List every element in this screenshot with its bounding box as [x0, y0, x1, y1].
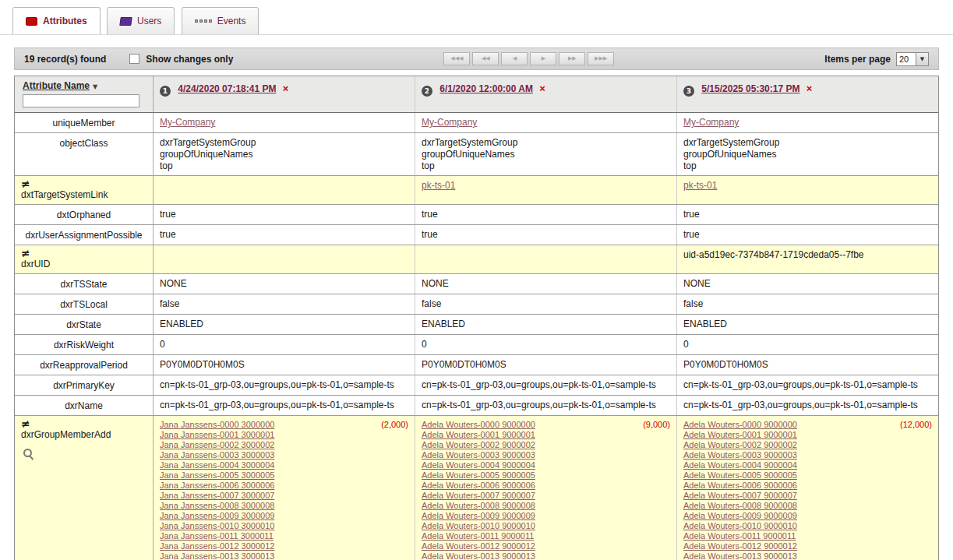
not-equal-icon: ≠ [21, 178, 146, 189]
value-link[interactable]: Adela Wouters-0004 9000004 [422, 460, 535, 470]
pager-prev-group-button[interactable]: ◀◀ [472, 52, 499, 65]
value-link[interactable]: Jana Janssens-0009 3000009 [160, 511, 274, 521]
tab-attributes[interactable]: Attributes [12, 7, 101, 34]
chevron-down-icon[interactable]: ▼ [916, 52, 929, 66]
value-cell: cn=pk-ts-01_grp-03,ou=groups,ou=pk-ts-01… [677, 396, 938, 415]
value-link[interactable]: My-Company [683, 117, 739, 129]
value-text: true [422, 229, 670, 241]
value-link[interactable]: Adela Wouters-0000 9000000 [683, 420, 797, 430]
show-changes-checkbox[interactable] [129, 54, 139, 64]
pager-prev-button[interactable]: ◀ [501, 52, 528, 65]
value-link[interactable]: Jana Janssens-0012 3000012 [160, 541, 274, 551]
tab-users[interactable]: Users [107, 7, 175, 34]
items-per-page-select[interactable]: 20 ▼ [896, 52, 929, 66]
value-link[interactable]: Adela Wouters-0012 9000012 [683, 541, 797, 551]
value-link[interactable]: My-Company [422, 117, 477, 129]
value-cell [415, 245, 677, 273]
value-link[interactable]: My-Company [160, 117, 215, 129]
value-cell: uid-a5d19ec-7374b847-1719cdeda05--7fbe [677, 245, 938, 273]
magnifier-icon[interactable] [23, 449, 34, 459]
value-link[interactable]: Adela Wouters-0002 9000002 [422, 440, 535, 450]
value-link[interactable]: Adela Wouters-0011 9000011 [422, 531, 534, 541]
pager-next-button[interactable]: ▶ [530, 52, 556, 65]
value-link[interactable]: Adela Wouters-0010 9000010 [683, 521, 797, 531]
snapshot-column-header-3: 3 5/15/2025 05:30:17 PM × [677, 76, 938, 112]
value-link[interactable]: Jana Janssens-0010 3000010 [160, 521, 274, 531]
value-link[interactable]: Jana Janssens-0003 3000003 [160, 450, 274, 460]
value-cell: My-Company [154, 113, 415, 132]
attribute-name: dxtOrphaned [21, 210, 146, 221]
remove-column-icon[interactable]: × [539, 83, 545, 94]
value-link[interactable]: Jana Janssens-0004 3000004 [160, 460, 274, 470]
value-text: cn=pk-ts-01_grp-03,ou=groups,ou=pk-ts-01… [422, 379, 670, 391]
value-cell [154, 245, 415, 273]
value-cell: pk-ts-01 [677, 176, 938, 204]
value-link[interactable]: Adela Wouters-0009 9000009 [683, 511, 797, 521]
value-link[interactable]: pk-ts-01 [683, 180, 717, 192]
value-link[interactable]: Adela Wouters-0007 9000007 [422, 491, 535, 501]
snapshot-date-link[interactable]: 5/15/2025 05:30:17 PM [701, 83, 799, 94]
value-link[interactable]: Adela Wouters-0011 9000011 [683, 531, 796, 541]
value-link[interactable]: Adela Wouters-0003 9000003 [683, 450, 797, 460]
value-link[interactable]: Adela Wouters-0005 9000005 [422, 470, 535, 481]
value-cell: 0 [415, 335, 677, 354]
show-changes-label: Show changes only [146, 54, 233, 65]
value-link[interactable]: Adela Wouters-0001 9000001 [683, 430, 797, 440]
remove-column-icon[interactable]: × [283, 83, 289, 94]
value-cell: NONE [677, 274, 938, 294]
table-row: dxrUserAssignmentPossibletruetruetrue [15, 225, 938, 245]
pager-first-button[interactable]: ◀◀◀ [443, 52, 470, 65]
value-link[interactable]: Adela Wouters-0013 9000013 [683, 551, 797, 560]
snapshot-date-link[interactable]: 4/24/2020 07:18:41 PM [178, 83, 276, 94]
value-link[interactable]: Jana Janssens-0011 3000011 [160, 531, 274, 541]
value-link[interactable]: Adela Wouters-0012 9000012 [422, 541, 535, 551]
attribute-name: dxrName [21, 400, 146, 412]
value-link[interactable]: Adela Wouters-0006 9000006 [422, 481, 535, 491]
value-link[interactable]: Adela Wouters-0010 9000010 [422, 521, 535, 531]
pager-last-button[interactable]: ▶▶▶ [588, 52, 614, 65]
attribute-name-sort-header[interactable]: Attribute Name [23, 80, 90, 91]
value-link[interactable]: Jana Janssens-0013 3000013 [160, 551, 274, 560]
value-link[interactable]: Jana Janssens-0002 3000002 [160, 440, 274, 450]
attribute-filter-input[interactable] [23, 94, 139, 107]
tab-attributes-label: Attributes [43, 16, 87, 26]
attribute-name: dxrReapprovalPeriod [21, 360, 146, 372]
value-link[interactable]: Adela Wouters-0004 9000004 [683, 460, 797, 470]
value-link[interactable]: Adela Wouters-0007 9000007 [683, 491, 797, 501]
tab-events-label: Events [217, 16, 246, 26]
value-link[interactable]: Jana Janssens-0000 3000000 [160, 420, 274, 430]
attribute-name: dxrTSLocal [21, 299, 146, 311]
value-link[interactable]: pk-ts-01 [422, 180, 455, 192]
value-link[interactable]: Jana Janssens-0006 3000006 [160, 481, 274, 491]
value-cell: cn=pk-ts-01_grp-03,ou=groups,ou=pk-ts-01… [154, 396, 415, 415]
attribute-name: objectClass [21, 138, 146, 150]
pager-next-group-button[interactable]: ▶▶ [559, 52, 585, 65]
tab-events[interactable]: Events [182, 7, 259, 34]
sort-descending-icon[interactable]: ▼ [93, 83, 97, 90]
remove-column-icon[interactable]: × [807, 83, 813, 94]
value-text: cn=pk-ts-01_grp-03,ou=groups,ou=pk-ts-01… [160, 379, 408, 391]
value-link[interactable]: Adela Wouters-0008 9000008 [683, 501, 797, 511]
tab-users-label: Users [137, 16, 161, 26]
value-link[interactable]: Jana Janssens-0007 3000007 [160, 491, 274, 501]
value-link[interactable]: Adela Wouters-0001 9000001 [422, 430, 535, 440]
value-cell: ENABLED [154, 315, 415, 334]
value-link[interactable]: Jana Janssens-0001 3000001 [160, 430, 274, 440]
column-number-badge: 1 [160, 86, 171, 97]
value-link[interactable]: Adela Wouters-0000 9000000 [422, 420, 535, 430]
value-link[interactable]: Adela Wouters-0002 9000002 [683, 440, 797, 450]
value-link[interactable]: Jana Janssens-0008 3000008 [160, 501, 274, 511]
value-link[interactable]: Adela Wouters-0013 9000013 [422, 551, 535, 560]
value-text: ENABLED [422, 319, 670, 330]
results-toolbar: 19 record(s) found Show changes only ◀◀◀… [14, 48, 939, 70]
snapshot-date-link[interactable]: 6/1/2020 12:00:00 AM [439, 83, 533, 94]
value-cell: true [154, 225, 415, 245]
value-link[interactable]: Adela Wouters-0005 9000005 [683, 470, 797, 481]
value-link[interactable]: Adela Wouters-0006 9000006 [683, 481, 797, 491]
value-link[interactable]: Adela Wouters-0003 9000003 [422, 450, 535, 460]
table-row: dxrNamecn=pk-ts-01_grp-03,ou=groups,ou=p… [15, 396, 938, 416]
value-link[interactable]: Adela Wouters-0009 9000009 [422, 511, 535, 521]
value-link[interactable]: Adela Wouters-0008 9000008 [422, 501, 535, 511]
attribute-name-cell: ≠dxrUID [15, 245, 154, 273]
value-link[interactable]: Jana Janssens-0005 3000005 [160, 470, 274, 481]
